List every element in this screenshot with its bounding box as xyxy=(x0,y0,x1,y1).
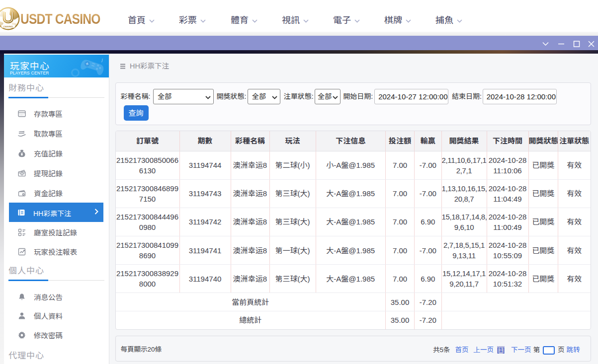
svg-text:CASINO: CASINO xyxy=(3,25,13,28)
